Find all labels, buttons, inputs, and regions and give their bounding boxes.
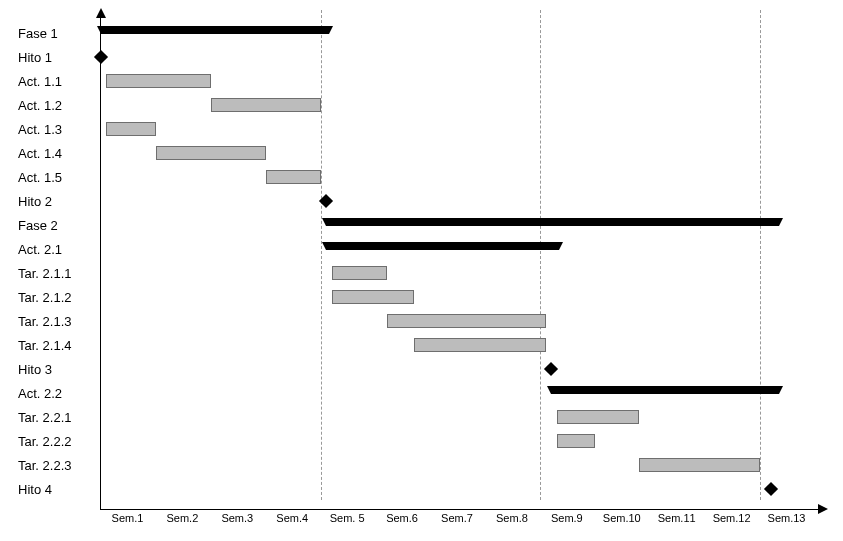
summary-cap-icon bbox=[547, 386, 563, 394]
x-tick-label: Sem.7 bbox=[441, 512, 473, 524]
gridline bbox=[321, 10, 322, 500]
summary-cap-icon bbox=[547, 242, 563, 250]
task-bar bbox=[266, 170, 321, 184]
x-tick-label: Sem. 5 bbox=[330, 512, 365, 524]
row-label: Tar. 2.2.3 bbox=[0, 454, 100, 478]
task-bar bbox=[557, 434, 595, 448]
summary-cap-icon bbox=[322, 242, 338, 250]
row-label: Tar. 2.1.2 bbox=[0, 286, 100, 310]
task-bar bbox=[639, 458, 760, 472]
row-labels: Fase 1Hito 1Act. 1.1Act. 1.2Act. 1.3Act.… bbox=[0, 22, 100, 502]
task-bar bbox=[106, 74, 210, 88]
x-tick-label: Sem.2 bbox=[166, 512, 198, 524]
y-axis-arrow-icon bbox=[96, 8, 106, 18]
x-tick-label: Sem.13 bbox=[768, 512, 806, 524]
x-tick-label: Sem.6 bbox=[386, 512, 418, 524]
summary-cap-icon bbox=[322, 218, 338, 226]
row-label: Act. 2.1 bbox=[0, 238, 100, 262]
task-bar bbox=[414, 338, 546, 352]
row-label: Fase 2 bbox=[0, 214, 100, 238]
x-tick-label: Sem.1 bbox=[112, 512, 144, 524]
x-tick-label: Sem.12 bbox=[713, 512, 751, 524]
x-tick-label: Sem.11 bbox=[658, 512, 696, 524]
x-tick-label: Sem.10 bbox=[603, 512, 641, 524]
x-tick-label: Sem.9 bbox=[551, 512, 583, 524]
row-label: Act. 1.5 bbox=[0, 166, 100, 190]
summary-bar bbox=[326, 218, 771, 226]
x-tick-label: Sem.4 bbox=[276, 512, 308, 524]
summary-bar bbox=[551, 386, 771, 394]
row-label: Act. 1.4 bbox=[0, 142, 100, 166]
task-bar bbox=[387, 314, 546, 328]
row-label: Act. 2.2 bbox=[0, 382, 100, 406]
row-label: Hito 4 bbox=[0, 478, 100, 502]
row-label: Hito 1 bbox=[0, 46, 100, 70]
row-label: Act. 1.3 bbox=[0, 118, 100, 142]
task-bar bbox=[211, 98, 321, 112]
summary-cap-icon bbox=[767, 218, 783, 226]
gridline bbox=[540, 10, 541, 500]
gridline bbox=[760, 10, 761, 500]
summary-cap-icon bbox=[767, 386, 783, 394]
x-axis-labels: Sem.1Sem.2Sem.3Sem.4Sem. 5Sem.6Sem.7Sem.… bbox=[100, 512, 826, 532]
summary-cap-icon bbox=[97, 26, 113, 34]
task-bar bbox=[557, 410, 639, 424]
task-bar bbox=[332, 266, 387, 280]
gantt-chart: Fase 1Hito 1Act. 1.1Act. 1.2Act. 1.3Act.… bbox=[0, 0, 843, 541]
x-tick-label: Sem.8 bbox=[496, 512, 528, 524]
row-label: Tar. 2.2.2 bbox=[0, 430, 100, 454]
summary-bar bbox=[101, 26, 321, 34]
row-label: Fase 1 bbox=[0, 22, 100, 46]
row-label: Act. 1.1 bbox=[0, 70, 100, 94]
row-label: Hito 3 bbox=[0, 358, 100, 382]
task-bar bbox=[106, 122, 155, 136]
task-bar bbox=[332, 290, 414, 304]
row-label: Tar. 2.1.1 bbox=[0, 262, 100, 286]
row-label: Tar. 2.1.3 bbox=[0, 310, 100, 334]
plot-area bbox=[100, 10, 826, 510]
x-tick-label: Sem.3 bbox=[221, 512, 253, 524]
milestone-icon bbox=[764, 482, 778, 496]
summary-cap-icon bbox=[317, 26, 333, 34]
task-bar bbox=[156, 146, 266, 160]
row-label: Hito 2 bbox=[0, 190, 100, 214]
row-label: Act. 1.2 bbox=[0, 94, 100, 118]
row-label: Tar. 2.1.4 bbox=[0, 334, 100, 358]
milestone-icon bbox=[544, 362, 558, 376]
row-label: Tar. 2.2.1 bbox=[0, 406, 100, 430]
summary-bar bbox=[326, 242, 551, 250]
